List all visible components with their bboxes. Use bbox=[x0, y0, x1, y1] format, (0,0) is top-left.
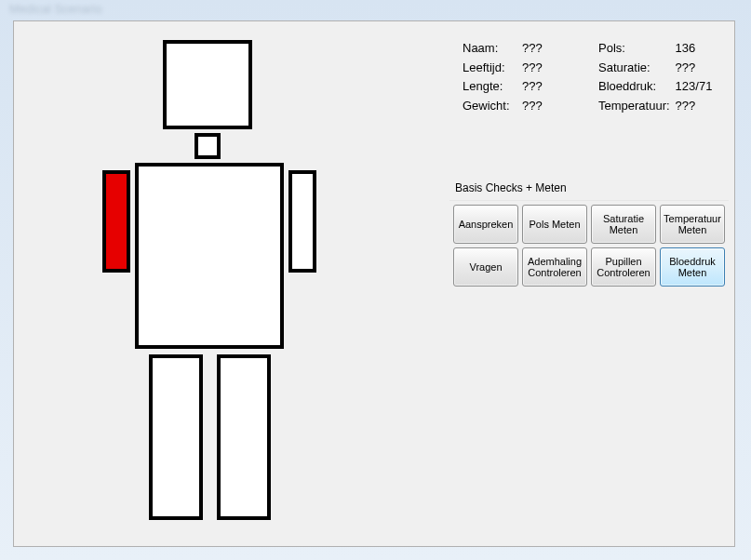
vragen-button[interactable]: Vragen bbox=[453, 247, 518, 287]
info-value: 123/71 bbox=[676, 78, 717, 96]
body-torso[interactable] bbox=[135, 163, 284, 349]
info-value: ??? bbox=[522, 60, 580, 77]
main-panel: Naam: ??? Pols: 136 Leeftijd: ??? Satura… bbox=[13, 20, 735, 547]
info-value: 136 bbox=[676, 40, 717, 58]
patient-info: Naam: ??? Pols: 136 Leeftijd: ??? Satura… bbox=[461, 38, 717, 116]
checks-group: Basis Checks + Meten Aanspreken Pols Met… bbox=[449, 181, 729, 292]
info-value: ??? bbox=[676, 60, 717, 77]
checks-group-title: Basis Checks + Meten bbox=[455, 181, 729, 194]
info-label: Saturatie: bbox=[598, 60, 674, 77]
saturatie-meten-button[interactable]: Saturatie Meten bbox=[591, 205, 656, 244]
info-value: ??? bbox=[522, 78, 580, 96]
body-right-upper-arm[interactable] bbox=[288, 170, 316, 273]
window-titlebar: Medical Scenario bbox=[0, 0, 751, 19]
temperatuur-meten-button[interactable]: Temperatuur Meten bbox=[660, 205, 725, 244]
pupillen-controleren-button[interactable]: Pupillen Controleren bbox=[591, 247, 656, 287]
bloeddruk-meten-button[interactable]: Bloeddruk Meten bbox=[660, 247, 725, 287]
info-label: Gewicht: bbox=[463, 98, 520, 115]
info-label: Pols: bbox=[598, 40, 674, 58]
body-left-upper-arm[interactable] bbox=[102, 170, 130, 273]
info-label: Naam: bbox=[463, 40, 520, 58]
aanspreken-button[interactable]: Aanspreken bbox=[453, 205, 518, 244]
body-left-leg[interactable] bbox=[149, 354, 203, 520]
info-value: ??? bbox=[522, 40, 580, 58]
ademhaling-controleren-button[interactable]: Ademhaling Controleren bbox=[522, 247, 587, 287]
info-label: Leeftijd: bbox=[463, 60, 520, 77]
info-label: Bloeddruk: bbox=[598, 78, 674, 96]
body-head[interactable] bbox=[163, 40, 252, 129]
body-neck[interactable] bbox=[194, 133, 221, 159]
body-right-leg[interactable] bbox=[217, 354, 271, 520]
pols-meten-button[interactable]: Pols Meten bbox=[522, 205, 587, 244]
info-label: Lengte: bbox=[463, 78, 520, 96]
info-value: ??? bbox=[676, 98, 717, 115]
checks-button-grid: Aanspreken Pols Meten Saturatie Meten Te… bbox=[449, 200, 729, 292]
body-figure bbox=[70, 40, 368, 533]
info-value: ??? bbox=[522, 98, 580, 115]
info-label: Temperatuur: bbox=[598, 98, 674, 115]
